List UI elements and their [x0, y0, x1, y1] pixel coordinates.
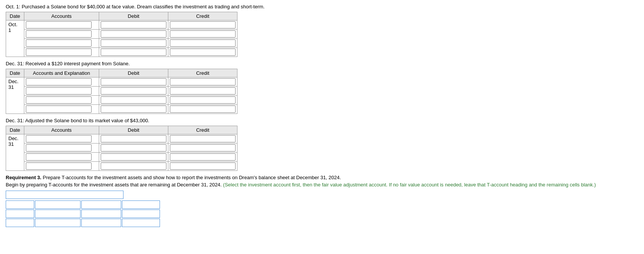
t-account-r2c3[interactable]: [81, 210, 121, 218]
journal1-account-cell-1: [24, 21, 99, 30]
journal2-header-credit: Credit: [168, 69, 237, 77]
journal3-debit-input-4[interactable]: [101, 162, 166, 170]
journal1-description: Oct. 1: Purchased a Solane bond for $40,…: [6, 4, 638, 9]
journal2-debit-cell-3: [99, 96, 168, 105]
t-account-r3c2[interactable]: [35, 219, 81, 227]
journal3-debit-input-3[interactable]: [101, 153, 166, 161]
journal2-header-debit: Debit: [99, 69, 168, 77]
journal3-credit-cell-4: [168, 162, 237, 171]
journal1-credit-input-2[interactable]: [170, 30, 236, 38]
t-account-r1c4[interactable]: [122, 200, 160, 209]
journal2-account-input-1[interactable]: [26, 78, 92, 85]
table-row: [6, 39, 237, 48]
journal3-credit-cell-3: [168, 153, 237, 162]
journal1-debit-cell-2: [99, 30, 168, 39]
journal3-table: Date Accounts Debit Credit Dec. 31: [6, 126, 237, 171]
t-accounts-section: [6, 191, 638, 227]
journal1-section: Oct. 1: Purchased a Solane bond for $40,…: [6, 4, 638, 57]
requirement3-section: Requirement 3. Prepare T-accounts for th…: [6, 175, 638, 227]
journal2-debit-input-4[interactable]: [101, 106, 166, 113]
journal2-account-input-3[interactable]: [26, 96, 92, 104]
journal1-debit-input-2[interactable]: [101, 30, 166, 38]
journal3-debit-cell-2: [99, 144, 168, 153]
table-row: [6, 96, 237, 105]
journal2-account-cell-2: [24, 87, 99, 96]
t-account-r2c4[interactable]: [122, 210, 160, 218]
journal2-header-accounts: Accounts and Explanation: [24, 69, 99, 77]
journal1-account-input-4[interactable]: [26, 49, 92, 56]
t-account-r2c2[interactable]: [35, 210, 81, 218]
journal3-header-debit: Debit: [99, 126, 168, 134]
journal1-account-cell-3: [24, 39, 99, 48]
t-account-r3c3[interactable]: [81, 219, 121, 227]
journal1-credit-input-4[interactable]: [170, 49, 236, 56]
t-account-r1c3[interactable]: [81, 200, 121, 209]
journal3-account-cell-2: [24, 144, 99, 153]
table-row: [6, 162, 237, 171]
journal3-date-cell: Dec. 31: [6, 134, 24, 171]
journal3-account-cell-4: [24, 162, 99, 171]
journal2-credit-input-4[interactable]: [170, 106, 236, 113]
t-account-r3c4[interactable]: [122, 219, 160, 227]
table-row: Oct. 1: [6, 21, 237, 30]
requirement3-label: Requirement 3.: [6, 175, 41, 180]
requirement3-body: Prepare T-accounts for the investment as…: [41, 175, 341, 180]
journal1-date-cell: Oct. 1: [6, 21, 24, 57]
journal1-credit-input-1[interactable]: [170, 21, 236, 28]
t-account-r1c1[interactable]: [6, 200, 34, 209]
journal1-credit-input-3[interactable]: [170, 39, 236, 47]
journal1-debit-input-3[interactable]: [101, 39, 166, 47]
journal1-debit-input-4[interactable]: [101, 49, 166, 56]
journal3-debit-input-1[interactable]: [101, 135, 166, 142]
journal3-credit-input-2[interactable]: [170, 144, 236, 151]
t-account-r3c1[interactable]: [6, 219, 34, 227]
journal1-credit-cell-2: [168, 30, 237, 39]
journal1-header-date: Date: [6, 12, 24, 21]
t-account-r2c1[interactable]: [6, 210, 34, 218]
journal3-credit-input-1[interactable]: [170, 135, 236, 142]
table-row: [6, 30, 237, 39]
journal2-debit-cell-2: [99, 87, 168, 96]
journal1-account-input-2[interactable]: [26, 30, 92, 38]
table-row: [6, 87, 237, 96]
journal2-debit-input-1[interactable]: [101, 78, 166, 85]
journal1-debit-input-1[interactable]: [101, 21, 166, 28]
table-row: [6, 153, 237, 162]
t-account-header-input[interactable]: [6, 191, 123, 199]
journal3-credit-input-4[interactable]: [170, 162, 236, 170]
instruction-main: Begin by preparing T-accounts for the in…: [6, 182, 222, 188]
journal3-account-input-3[interactable]: [26, 153, 92, 161]
journal2-account-input-2[interactable]: [26, 87, 92, 95]
journal2-credit-input-2[interactable]: [170, 87, 236, 95]
journal2-account-input-4[interactable]: [26, 106, 92, 113]
journal1-account-input-3[interactable]: [26, 39, 92, 47]
table-row: [6, 144, 237, 153]
journal2-debit-input-2[interactable]: [101, 87, 166, 95]
journal2-date-label: Dec. 31: [8, 79, 19, 90]
journal3-credit-cell-1: [168, 134, 237, 144]
journal3-credit-input-3[interactable]: [170, 153, 236, 161]
journal3-account-cell-1: [24, 134, 99, 144]
journal3-date-label: Dec. 31: [8, 136, 19, 147]
instruction-green: (Select the investment account first, th…: [223, 182, 596, 188]
journal1-account-input-1[interactable]: [26, 21, 92, 28]
journal2-credit-input-1[interactable]: [170, 78, 236, 85]
journal3-account-input-2[interactable]: [26, 144, 92, 151]
journal1-header-debit: Debit: [99, 12, 168, 21]
journal2-credit-cell-3: [168, 96, 237, 105]
journal1-header-credit: Credit: [168, 12, 237, 21]
journal3-header-credit: Credit: [168, 126, 237, 134]
journal2-credit-input-3[interactable]: [170, 96, 236, 104]
journal2-credit-cell-4: [168, 105, 237, 114]
journal3-account-input-1[interactable]: [26, 135, 92, 142]
journal1-account-cell-2: [24, 30, 99, 39]
journal3-account-input-4[interactable]: [26, 162, 92, 170]
journal1-table: Date Accounts Debit Credit Oct. 1: [6, 12, 237, 57]
t-account-r1c2[interactable]: [35, 200, 81, 209]
table-row: [6, 105, 237, 114]
journal2-debit-input-3[interactable]: [101, 96, 166, 104]
journal3-debit-input-2[interactable]: [101, 144, 166, 151]
journal1-debit-cell-4: [99, 48, 168, 57]
journal3-debit-cell-3: [99, 153, 168, 162]
journal1-credit-cell-4: [168, 48, 237, 57]
